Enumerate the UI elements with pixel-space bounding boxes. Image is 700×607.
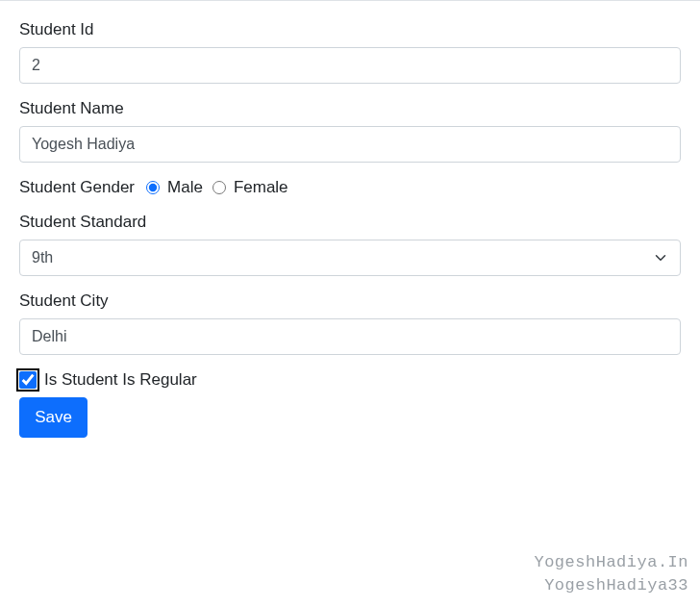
watermark: YogeshHadiya.In YogeshHadiya33 <box>534 551 688 597</box>
gender-female-radio[interactable] <box>212 181 226 194</box>
student-standard-select[interactable]: 9th <box>19 240 681 276</box>
student-standard-label: Student Standard <box>19 213 681 232</box>
is-regular-label: Is Student Is Regular <box>44 370 197 390</box>
watermark-line1: YogeshHadiya.In <box>534 551 688 574</box>
gender-male-radio[interactable] <box>146 181 160 194</box>
is-regular-checkbox[interactable] <box>19 371 37 389</box>
watermark-line2: YogeshHadiya33 <box>534 574 688 597</box>
student-id-label: Student Id <box>19 20 681 39</box>
student-id-input[interactable] <box>19 47 681 84</box>
student-city-label: Student City <box>19 291 681 311</box>
gender-female-label: Female <box>234 178 288 197</box>
gender-male-label: Male <box>167 178 203 197</box>
save-button[interactable]: Save <box>19 397 88 438</box>
student-gender-label: Student Gender <box>19 178 135 197</box>
student-name-label: Student Name <box>19 99 681 118</box>
student-city-input[interactable] <box>19 318 681 355</box>
student-name-input[interactable] <box>19 126 681 163</box>
